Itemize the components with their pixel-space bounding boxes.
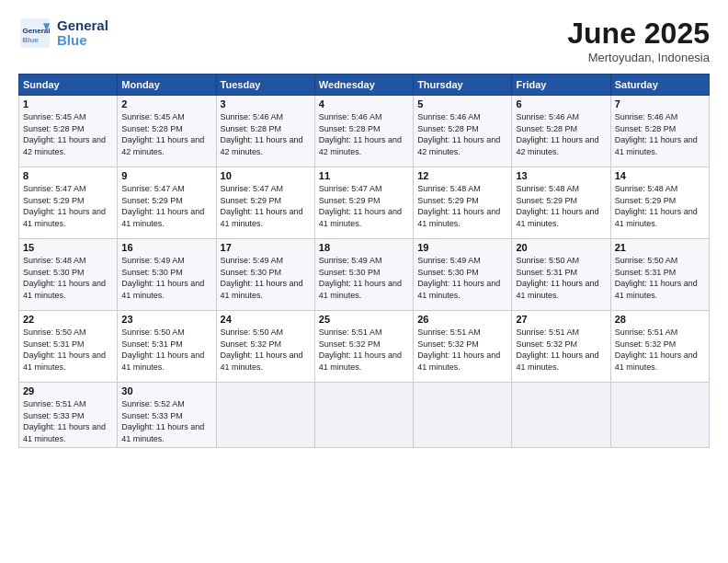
day-info: Sunrise: 5:45 AM Sunset: 5:28 PM Dayligh… — [121, 111, 211, 157]
table-cell: 13 Sunrise: 5:48 AM Sunset: 5:29 PM Dayl… — [512, 167, 610, 239]
day-info: Sunrise: 5:46 AM Sunset: 5:28 PM Dayligh… — [221, 111, 311, 157]
day-number: 25 — [319, 314, 409, 325]
header: General Blue General Blue June 2025 Mert… — [18, 17, 710, 64]
table-cell — [512, 383, 610, 448]
day-info: Sunrise: 5:47 AM Sunset: 5:29 PM Dayligh… — [221, 183, 311, 229]
day-number: 23 — [121, 314, 211, 325]
day-info: Sunrise: 5:48 AM Sunset: 5:30 PM Dayligh… — [23, 255, 113, 301]
day-number: 15 — [23, 242, 113, 253]
page: General Blue General Blue June 2025 Mert… — [0, 0, 728, 563]
col-sunday: Sunday — [19, 75, 118, 96]
calendar-header-row: Sunday Monday Tuesday Wednesday Thursday… — [19, 75, 710, 96]
day-info: Sunrise: 5:46 AM Sunset: 5:28 PM Dayligh… — [516, 111, 606, 157]
table-cell — [314, 383, 413, 448]
col-friday: Friday — [512, 75, 610, 96]
day-info: Sunrise: 5:50 AM Sunset: 5:31 PM Dayligh… — [121, 327, 211, 373]
day-info: Sunrise: 5:50 AM Sunset: 5:31 PM Dayligh… — [615, 255, 705, 301]
day-number: 11 — [319, 170, 409, 181]
day-info: Sunrise: 5:46 AM Sunset: 5:28 PM Dayligh… — [319, 111, 409, 157]
table-cell — [610, 383, 709, 448]
day-number: 14 — [615, 170, 705, 181]
day-info: Sunrise: 5:49 AM Sunset: 5:30 PM Dayligh… — [319, 255, 409, 301]
day-number: 24 — [221, 314, 311, 325]
table-cell: 18 Sunrise: 5:49 AM Sunset: 5:30 PM Dayl… — [314, 239, 413, 311]
col-monday: Monday — [118, 75, 216, 96]
day-number: 21 — [615, 242, 705, 253]
day-number: 13 — [516, 170, 606, 181]
day-number: 8 — [23, 170, 113, 181]
table-cell: 12 Sunrise: 5:48 AM Sunset: 5:29 PM Dayl… — [414, 167, 512, 239]
table-cell: 21 Sunrise: 5:50 AM Sunset: 5:31 PM Dayl… — [610, 239, 709, 311]
table-cell: 3 Sunrise: 5:46 AM Sunset: 5:28 PM Dayli… — [216, 96, 314, 167]
table-cell: 17 Sunrise: 5:49 AM Sunset: 5:30 PM Dayl… — [216, 239, 314, 311]
logo: General Blue General Blue — [18, 17, 108, 50]
table-cell: 5 Sunrise: 5:46 AM Sunset: 5:28 PM Dayli… — [414, 96, 512, 167]
table-cell: 23 Sunrise: 5:50 AM Sunset: 5:31 PM Dayl… — [118, 311, 216, 383]
table-cell: 16 Sunrise: 5:49 AM Sunset: 5:30 PM Dayl… — [118, 239, 216, 311]
day-info: Sunrise: 5:48 AM Sunset: 5:29 PM Dayligh… — [516, 183, 606, 229]
day-info: Sunrise: 5:45 AM Sunset: 5:28 PM Dayligh… — [23, 111, 113, 157]
day-number: 6 — [516, 98, 606, 109]
day-number: 1 — [23, 98, 113, 109]
table-cell: 15 Sunrise: 5:48 AM Sunset: 5:30 PM Dayl… — [19, 239, 118, 311]
day-number: 27 — [516, 314, 606, 325]
day-number: 26 — [417, 314, 507, 325]
table-cell: 30 Sunrise: 5:52 AM Sunset: 5:33 PM Dayl… — [118, 383, 216, 448]
table-cell: 20 Sunrise: 5:50 AM Sunset: 5:31 PM Dayl… — [512, 239, 610, 311]
table-cell: 28 Sunrise: 5:51 AM Sunset: 5:32 PM Dayl… — [610, 311, 709, 383]
table-cell: 22 Sunrise: 5:50 AM Sunset: 5:31 PM Dayl… — [19, 311, 118, 383]
day-number: 2 — [121, 98, 211, 109]
title-block: June 2025 Mertoyudan, Indonesia — [567, 17, 710, 64]
day-info: Sunrise: 5:49 AM Sunset: 5:30 PM Dayligh… — [221, 255, 311, 301]
table-cell — [216, 383, 314, 448]
table-cell: 9 Sunrise: 5:47 AM Sunset: 5:29 PM Dayli… — [118, 167, 216, 239]
day-info: Sunrise: 5:46 AM Sunset: 5:28 PM Dayligh… — [417, 111, 507, 157]
day-info: Sunrise: 5:50 AM Sunset: 5:31 PM Dayligh… — [516, 255, 606, 301]
day-number: 10 — [221, 170, 311, 181]
day-number: 5 — [417, 98, 507, 109]
col-wednesday: Wednesday — [314, 75, 413, 96]
day-number: 29 — [23, 385, 113, 396]
calendar-table: Sunday Monday Tuesday Wednesday Thursday… — [18, 74, 710, 448]
table-cell — [414, 383, 512, 448]
day-info: Sunrise: 5:47 AM Sunset: 5:29 PM Dayligh… — [319, 183, 409, 229]
day-info: Sunrise: 5:46 AM Sunset: 5:28 PM Dayligh… — [615, 111, 705, 157]
day-number: 4 — [319, 98, 409, 109]
svg-text:Blue: Blue — [23, 36, 40, 44]
day-number: 7 — [615, 98, 705, 109]
table-cell: 27 Sunrise: 5:51 AM Sunset: 5:32 PM Dayl… — [512, 311, 610, 383]
col-saturday: Saturday — [610, 75, 709, 96]
day-info: Sunrise: 5:52 AM Sunset: 5:33 PM Dayligh… — [121, 398, 211, 444]
table-cell: 10 Sunrise: 5:47 AM Sunset: 5:29 PM Dayl… — [216, 167, 314, 239]
table-cell: 8 Sunrise: 5:47 AM Sunset: 5:29 PM Dayli… — [19, 167, 118, 239]
day-number: 9 — [121, 170, 211, 181]
day-info: Sunrise: 5:50 AM Sunset: 5:32 PM Dayligh… — [221, 327, 311, 373]
day-number: 16 — [121, 242, 211, 253]
day-info: Sunrise: 5:49 AM Sunset: 5:30 PM Dayligh… — [121, 255, 211, 301]
day-info: Sunrise: 5:50 AM Sunset: 5:31 PM Dayligh… — [23, 327, 113, 373]
table-cell: 19 Sunrise: 5:49 AM Sunset: 5:30 PM Dayl… — [414, 239, 512, 311]
day-info: Sunrise: 5:51 AM Sunset: 5:32 PM Dayligh… — [615, 327, 705, 373]
table-cell: 6 Sunrise: 5:46 AM Sunset: 5:28 PM Dayli… — [512, 96, 610, 167]
table-cell: 1 Sunrise: 5:45 AM Sunset: 5:28 PM Dayli… — [19, 96, 118, 167]
day-info: Sunrise: 5:51 AM Sunset: 5:32 PM Dayligh… — [516, 327, 606, 373]
logo-icon: General Blue — [18, 17, 51, 50]
day-number: 20 — [516, 242, 606, 253]
day-info: Sunrise: 5:51 AM Sunset: 5:32 PM Dayligh… — [319, 327, 409, 373]
day-number: 28 — [615, 314, 705, 325]
table-cell: 4 Sunrise: 5:46 AM Sunset: 5:28 PM Dayli… — [314, 96, 413, 167]
day-info: Sunrise: 5:48 AM Sunset: 5:29 PM Dayligh… — [615, 183, 705, 229]
day-number: 30 — [121, 385, 211, 396]
day-info: Sunrise: 5:51 AM Sunset: 5:32 PM Dayligh… — [417, 327, 507, 373]
location: Mertoyudan, Indonesia — [567, 51, 710, 64]
day-number: 22 — [23, 314, 113, 325]
table-cell: 26 Sunrise: 5:51 AM Sunset: 5:32 PM Dayl… — [414, 311, 512, 383]
col-tuesday: Tuesday — [216, 75, 314, 96]
table-cell: 14 Sunrise: 5:48 AM Sunset: 5:29 PM Dayl… — [610, 167, 709, 239]
table-cell: 7 Sunrise: 5:46 AM Sunset: 5:28 PM Dayli… — [610, 96, 709, 167]
day-info: Sunrise: 5:47 AM Sunset: 5:29 PM Dayligh… — [121, 183, 211, 229]
day-number: 19 — [417, 242, 507, 253]
day-number: 3 — [221, 98, 311, 109]
day-number: 12 — [417, 170, 507, 181]
day-number: 17 — [221, 242, 311, 253]
